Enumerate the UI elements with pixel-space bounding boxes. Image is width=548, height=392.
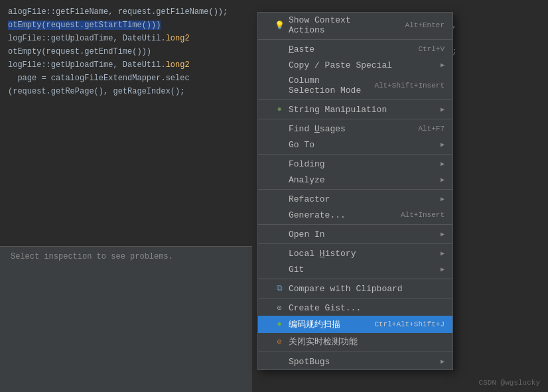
find-usages-label: Find Usages	[289, 124, 346, 134]
menu-item-paste[interactable]: Paste Ctrl+V	[258, 41, 452, 57]
separator-9	[258, 298, 452, 298]
open-in-icon	[274, 229, 285, 239]
git-arrow: ▶	[441, 265, 445, 273]
menu-item-compare-clipboard[interactable]: ⧉ Compare with Clipboard	[258, 281, 452, 296]
generate-shortcut: Alt+Insert	[401, 211, 445, 219]
separator-7	[258, 243, 452, 244]
find-usages-shortcut: Alt+F7	[418, 125, 445, 133]
show-context-actions-shortcut: Alt+Enter	[405, 21, 445, 29]
menu-item-git[interactable]: Git ▶	[258, 261, 452, 277]
menu-item-open-in[interactable]: Open In ▶	[258, 226, 452, 242]
code-line-6: page = catalogFileExtendMapper.selec	[8, 72, 244, 85]
bulb-icon: 💡	[274, 20, 285, 31]
open-in-label: Open In	[289, 229, 325, 239]
spotbugs-arrow: ▶	[441, 358, 445, 365]
menu-item-code-scan[interactable]: ● 编码规约扫描 Ctrl+Alt+Shift+J	[258, 316, 452, 333]
menu-item-refactor[interactable]: Refactor ▶	[258, 191, 452, 207]
code-scan-shortcut: Ctrl+Alt+Shift+J	[374, 320, 445, 328]
copy-paste-icon	[274, 60, 285, 70]
find-usages-icon	[274, 123, 285, 134]
github-icon: ⊙	[274, 302, 285, 313]
code-line-1: alogFile::getFileName, request.getFileNa…	[8, 5, 244, 19]
separator-3	[258, 119, 452, 119]
bottom-panel: Select inspection to see problems.	[0, 246, 252, 392]
separator-8	[258, 279, 452, 279]
separator-1	[258, 39, 452, 40]
code-line-3: logFile::getUploadTime, DateUtil.long2	[8, 32, 244, 45]
separator-10	[258, 352, 452, 352]
analyze-arrow: ▶	[441, 176, 445, 184]
local-history-icon	[274, 248, 285, 259]
menu-item-close-realtime[interactable]: ⊘ 关闭实时检测功能	[258, 333, 452, 350]
code-line-5: logFile::getUploadTime, DateUtil.long2	[8, 58, 244, 72]
code-editor-left: alogFile::getFileName, request.getFileNa…	[0, 0, 252, 119]
copy-paste-label: Copy / Paste Special	[289, 60, 392, 70]
code-line-7: (request.getRePage(), getRageIndex();	[8, 85, 244, 98]
menu-item-local-history[interactable]: Local History ▶	[258, 245, 452, 261]
code-line-2: otEmpty(request.getStartTime()))	[8, 19, 244, 32]
analyze-label: Analyze	[289, 175, 325, 185]
refactor-icon	[274, 194, 285, 204]
code-scan-icon: ●	[274, 319, 285, 330]
string-manipulation-arrow: ▶	[441, 105, 445, 113]
menu-item-show-context-actions[interactable]: 💡 Show Context Actions Alt+Enter	[258, 13, 452, 38]
show-context-actions-label: Show Context Actions	[289, 15, 392, 35]
menu-item-copy-paste-special[interactable]: Copy / Paste Special ▶	[258, 57, 452, 73]
separator-6	[258, 224, 452, 225]
spotbugs-icon	[274, 356, 285, 367]
inspection-text: Select inspection to see problems.	[11, 252, 173, 261]
compare-clipboard-icon: ⧉	[274, 283, 285, 294]
separator-4	[258, 154, 452, 155]
compare-clipboard-label: Compare with Clipboard	[289, 284, 403, 294]
refactor-label: Refactor	[289, 194, 330, 204]
open-in-arrow: ▶	[441, 230, 445, 238]
context-menu: 💡 Show Context Actions Alt+Enter Paste C…	[257, 12, 453, 370]
code-line-4: otEmpty(request.getEndTime()))	[8, 45, 244, 58]
folding-label: Folding	[289, 159, 325, 169]
go-to-label: Go To	[289, 140, 314, 150]
analyze-icon	[274, 174, 285, 185]
paste-label: Paste	[289, 44, 314, 54]
refactor-arrow: ▶	[441, 195, 445, 203]
generate-label: Generate...	[289, 210, 346, 220]
close-realtime-icon: ⊘	[274, 336, 285, 347]
git-label: Git	[289, 265, 304, 275]
paste-icon	[274, 44, 285, 54]
menu-item-string-manipulation[interactable]: ● String Manipulation ▶	[258, 101, 452, 117]
menu-item-generate[interactable]: Generate... Alt+Insert	[258, 207, 452, 223]
go-to-icon	[274, 139, 285, 150]
column-selection-icon	[274, 80, 285, 91]
watermark: CSDN @wgslucky	[479, 379, 540, 387]
separator-2	[258, 99, 452, 100]
close-realtime-label: 关闭实时检测功能	[289, 336, 358, 348]
menu-item-create-gist[interactable]: ⊙ Create Gist...	[258, 300, 452, 316]
copy-paste-arrow: ▶	[441, 61, 445, 69]
spotbugs-label: SpotBugs	[289, 357, 330, 367]
separator-5	[258, 189, 452, 190]
string-manipulation-icon: ●	[274, 104, 285, 115]
go-to-arrow: ▶	[441, 141, 445, 149]
local-history-label: Local History	[289, 249, 356, 259]
menu-item-analyze[interactable]: Analyze ▶	[258, 172, 452, 188]
paste-shortcut: Ctrl+V	[418, 45, 445, 53]
string-manipulation-label: String Manipulation	[289, 105, 387, 115]
folding-arrow: ▶	[441, 160, 445, 168]
create-gist-label: Create Gist...	[289, 303, 361, 313]
menu-item-go-to[interactable]: Go To ▶	[258, 137, 452, 153]
column-selection-shortcut: Alt+Shift+Insert	[374, 82, 445, 90]
folding-icon	[274, 159, 285, 169]
menu-item-spotbugs[interactable]: SpotBugs ▶	[258, 354, 452, 369]
generate-icon	[274, 210, 285, 220]
column-selection-label: Column Selection Mode	[289, 76, 361, 96]
code-scan-label: 编码规约扫描	[289, 318, 340, 330]
local-history-arrow: ▶	[441, 249, 445, 257]
menu-item-find-usages[interactable]: Find Usages Alt+F7	[258, 121, 452, 137]
menu-item-column-selection[interactable]: Column Selection Mode Alt+Shift+Insert	[258, 73, 452, 98]
git-icon	[274, 264, 285, 275]
menu-item-folding[interactable]: Folding ▶	[258, 156, 452, 172]
